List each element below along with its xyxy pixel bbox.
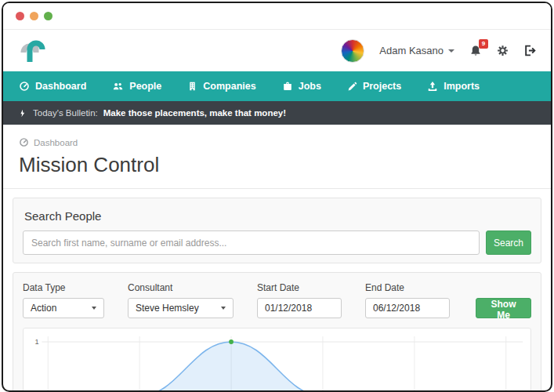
app-logo[interactable]: [17, 35, 49, 67]
nav-label: Dashboard: [35, 81, 86, 92]
divider: [3, 188, 551, 189]
consultant-label: Consultant: [128, 282, 234, 293]
nav-item-companies[interactable]: Companies: [187, 81, 255, 92]
window-zoom-button[interactable]: [44, 12, 53, 20]
page-title: Mission Control: [13, 147, 541, 188]
activity-chart: 0101-Dec-201802-Dec-201803-Dec-201804-De…: [23, 328, 531, 392]
consultant-value: Steve Hemsley: [136, 303, 199, 314]
nav-item-imports[interactable]: Imports: [427, 81, 480, 92]
sign-out-button[interactable]: [523, 44, 537, 57]
search-input[interactable]: [23, 230, 480, 255]
nav-label: Companies: [203, 81, 255, 92]
dashboard-icon: [19, 137, 29, 147]
nav-item-dashboard[interactable]: Dashboard: [19, 81, 86, 92]
sign-out-icon: [523, 44, 537, 57]
end-date-input[interactable]: [365, 298, 450, 318]
chevron-down-icon: [92, 307, 96, 310]
window-minimize-button[interactable]: [30, 12, 38, 20]
gear-icon: [497, 45, 509, 56]
briefcase-icon: [282, 81, 293, 92]
building-icon: [187, 81, 197, 92]
avatar[interactable]: [341, 39, 364, 63]
start-date-input[interactable]: [257, 298, 342, 318]
nav-label: Jobs: [299, 81, 321, 92]
bulletin-message: Make those placements, make that money!: [103, 108, 286, 118]
nav-label: Imports: [444, 81, 480, 92]
nav-label: Projects: [363, 81, 401, 92]
window-close-button[interactable]: [16, 12, 24, 20]
user-menu[interactable]: Adam Kasano: [379, 45, 454, 56]
logo-icon: [17, 35, 49, 67]
bulletin-bar: Today's Bulletin: Make those placements,…: [3, 101, 551, 125]
nav-item-jobs[interactable]: Jobs: [282, 81, 321, 92]
nav-label: People: [129, 81, 161, 92]
nav-item-projects[interactable]: Projects: [347, 81, 401, 92]
notifications-button[interactable]: 9: [469, 45, 482, 57]
consultant-select[interactable]: Steve Hemsley: [128, 298, 234, 318]
pencil-icon: [347, 82, 357, 92]
activity-filter-card: Data Type Action Consultant Steve Hemsle…: [13, 272, 541, 392]
end-date-label: End Date: [365, 282, 450, 293]
user-name: Adam Kasano: [379, 45, 444, 56]
bulletin-label: Today's Bulletin:: [33, 108, 98, 118]
show-me-button[interactable]: Show Me: [476, 298, 531, 318]
window-titlebar: [3, 3, 551, 30]
search-people-card: Search People Search: [13, 198, 541, 263]
breadcrumb-label: Dashboard: [34, 138, 78, 147]
settings-button[interactable]: [497, 45, 509, 56]
people-icon: [112, 81, 124, 92]
data-type-select[interactable]: Action: [23, 298, 104, 318]
activity-chart-svg: 0101-Dec-201802-Dec-201803-Dec-201804-De…: [25, 332, 529, 392]
app-header: Adam Kasano 9: [3, 30, 551, 71]
start-date-label: Start Date: [257, 282, 342, 293]
upload-icon: [427, 81, 438, 92]
svg-text:1: 1: [34, 338, 38, 346]
chevron-down-icon: [221, 307, 226, 310]
search-heading: Search People: [23, 206, 531, 230]
data-type-value: Action: [31, 303, 56, 314]
nav-item-people[interactable]: People: [112, 81, 161, 92]
notification-badge: 9: [479, 39, 488, 49]
breadcrumb[interactable]: Dashboard: [13, 132, 541, 147]
browser-window: Adam Kasano 9: [2, 2, 552, 392]
lightning-icon: [19, 108, 27, 118]
dashboard-icon: [19, 81, 30, 92]
search-button[interactable]: Search: [486, 230, 531, 255]
chevron-down-icon: [448, 49, 454, 53]
data-type-label: Data Type: [23, 282, 104, 293]
page-content: Dashboard Mission Control Search People …: [3, 125, 551, 392]
main-nav: Dashboard People Companies: [3, 71, 551, 101]
